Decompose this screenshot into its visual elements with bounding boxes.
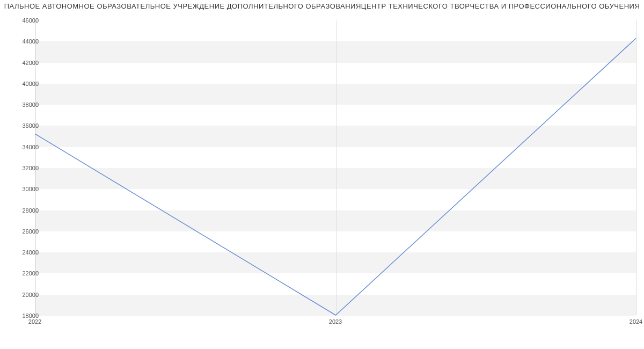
y-tick-label: 42000 [9,60,39,66]
y-tick-label: 46000 [9,17,39,24]
x-tick-label: 2022 [28,318,41,325]
y-tick-label: 22000 [9,270,39,277]
y-tick-label: 26000 [9,228,39,235]
y-tick-label: 38000 [9,101,39,108]
chart-title: ПАЛЬНОЕ АВТОНОМНОЕ ОБРАЗОВАТЕЛЬНОЕ УЧРЕЖ… [0,2,644,10]
y-tick-label: 44000 [9,38,39,45]
line-series [35,20,636,315]
y-tick-label: 30000 [9,186,39,192]
x-tick-label: 2024 [630,318,642,325]
y-tick-label: 20000 [9,292,39,298]
y-tick-label: 32000 [9,165,39,171]
y-tick-label: 36000 [9,122,39,129]
y-tick-label: 40000 [9,81,39,87]
plot-area [35,20,636,316]
y-tick-label: 34000 [9,144,39,150]
y-tick-label: 24000 [9,249,39,256]
chart-area: 1800020000220002400026000280003000032000… [0,15,644,332]
x-tick-label: 2023 [329,318,342,325]
y-tick-label: 28000 [9,207,39,214]
x-gridline [636,20,637,315]
